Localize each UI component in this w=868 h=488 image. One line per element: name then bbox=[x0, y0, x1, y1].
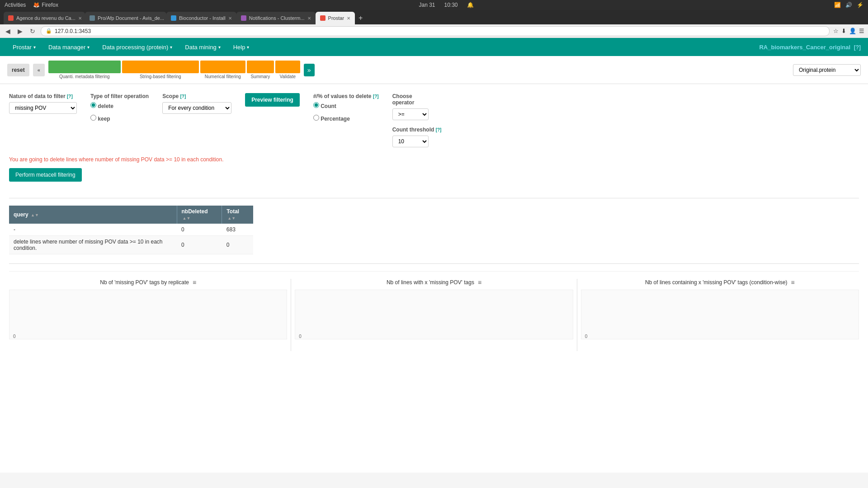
tab-close-prostar[interactable]: ✕ bbox=[347, 16, 350, 21]
volume-icon: 🔊 bbox=[845, 2, 852, 8]
chart-replicate-menu-icon[interactable]: ≡ bbox=[193, 279, 196, 286]
forward-button[interactable]: ▶ bbox=[16, 27, 24, 36]
tab-favicon-notif bbox=[241, 15, 246, 21]
operator-container: Chooseoperator >= <= = > < Count thresho… bbox=[392, 93, 442, 147]
col-nbdeleted[interactable]: nbDeleted ▲▼ bbox=[177, 206, 222, 224]
values-percentage-radio[interactable] bbox=[313, 115, 319, 121]
app-title-area: RA_biomarkers_Cancer_original [?] bbox=[759, 44, 861, 51]
type-delete-radio[interactable] bbox=[90, 102, 96, 108]
step-validate[interactable] bbox=[275, 61, 300, 73]
nature-select[interactable]: missing POV missing MEC imputed bbox=[9, 102, 77, 114]
row2-query: delete lines where number of missing POV… bbox=[9, 236, 177, 254]
download-icon[interactable]: ⬇ bbox=[841, 28, 846, 34]
profile-icon[interactable]: 👤 bbox=[849, 28, 856, 34]
values-count-option[interactable]: Count bbox=[313, 102, 379, 109]
nav-data-mining[interactable]: Data mining ▾ bbox=[179, 41, 226, 53]
forward-nav-button[interactable]: » bbox=[304, 64, 315, 76]
step-summary[interactable] bbox=[247, 61, 274, 73]
threshold-select[interactable]: 10 1 2 bbox=[392, 136, 429, 147]
table-body: - 0 683 delete lines where number of mis… bbox=[9, 224, 253, 254]
operator-select[interactable]: >= <= = > < bbox=[392, 108, 429, 120]
step-numerical[interactable] bbox=[200, 61, 245, 73]
dataset-select-container: Original.protein bbox=[793, 64, 861, 76]
tab-bioc[interactable]: Bioconductor - Install ✕ bbox=[166, 12, 236, 24]
operator-label: Chooseoperator bbox=[392, 93, 442, 106]
col-total[interactable]: Total ▲▼ bbox=[222, 206, 253, 224]
info-text: You are going to delete lines where numb… bbox=[9, 156, 859, 163]
chart-lines-canvas: 0 bbox=[295, 290, 573, 339]
tab-label-prostar: Prostar bbox=[328, 15, 344, 21]
step-label-validate: Validate bbox=[275, 74, 300, 79]
menu-icon[interactable]: ☰ bbox=[859, 28, 864, 34]
chart-divider-2 bbox=[577, 279, 577, 351]
activities-label[interactable]: Activities bbox=[5, 2, 26, 8]
chart-lines-area: 0 bbox=[295, 290, 573, 344]
chart-lines-y0: 0 bbox=[299, 334, 302, 339]
url-bar[interactable]: 🔒 127.0.0.1:3453 bbox=[41, 26, 830, 36]
back-nav-button[interactable]: « bbox=[33, 64, 45, 76]
scope-help-icon[interactable]: [?] bbox=[180, 94, 186, 99]
tab-close-notif[interactable]: ✕ bbox=[307, 16, 311, 21]
chart-replicate-title-text: Nb of 'missing POV' tags by replicate bbox=[100, 279, 189, 286]
values-count-radio[interactable] bbox=[313, 102, 319, 108]
main-content: Nature of data to filter [?] missing POV… bbox=[0, 84, 868, 473]
threshold-help-icon[interactable]: [?] bbox=[436, 127, 442, 132]
tab-agence[interactable]: Agence du revenu du Ca... ✕ bbox=[4, 12, 85, 24]
tab-prostar[interactable]: Prostar ✕ bbox=[316, 12, 355, 24]
tab-afp[interactable]: Pro/Afp Document - Avis_de... ✕ bbox=[85, 12, 166, 24]
charts-section: Nb of 'missing POV' tags by replicate ≡ … bbox=[9, 271, 859, 351]
perform-button[interactable]: Perform metacell filtering bbox=[9, 168, 82, 182]
tab-favicon-prostar bbox=[320, 15, 326, 21]
tab-close-agence[interactable]: ✕ bbox=[78, 16, 82, 21]
tab-bar: Agence du revenu du Ca... ✕ Pro/Afp Docu… bbox=[0, 10, 868, 24]
nav-help[interactable]: Help ▾ bbox=[228, 41, 255, 53]
scope-select[interactable]: For every condition At least one conditi… bbox=[162, 102, 231, 114]
values-percentage-option[interactable]: Percentage bbox=[313, 115, 379, 122]
table-header-row: query ▲▼ nbDeleted ▲▼ Total ▲▼ bbox=[9, 206, 253, 224]
chart-conditionwise-title: Nb of lines containing x 'missing POV' t… bbox=[581, 279, 859, 286]
back-button[interactable]: ◀ bbox=[4, 27, 12, 36]
chart-conditionwise-menu-icon[interactable]: ≡ bbox=[791, 279, 795, 286]
table-row: - 0 683 bbox=[9, 224, 253, 236]
tab-label-notif: Notifications - Clusterm... bbox=[249, 15, 305, 21]
col-query[interactable]: query ▲▼ bbox=[9, 206, 177, 224]
charts-separator bbox=[9, 263, 859, 264]
type-keep-option[interactable]: keep bbox=[90, 115, 149, 122]
os-bar: Activities 🦊 Firefox Jan 31 10:30 🔔 📶 🔊 … bbox=[0, 0, 868, 10]
time-label: 10:30 bbox=[444, 2, 458, 8]
chart-lines-menu-icon[interactable]: ≡ bbox=[478, 279, 481, 286]
values-help-icon[interactable]: [?] bbox=[373, 94, 379, 99]
dataset-select[interactable]: Original.protein bbox=[793, 64, 861, 76]
tab-favicon-bioc bbox=[171, 15, 176, 21]
tab-notif[interactable]: Notifications - Clusterm... ✕ bbox=[236, 12, 316, 24]
chart-conditionwise-title-text: Nb of lines containing x 'missing POV' t… bbox=[645, 279, 788, 286]
type-group: Type of filter operation delete keep bbox=[90, 93, 149, 125]
step-string[interactable] bbox=[122, 61, 199, 73]
step-quanti[interactable] bbox=[48, 61, 121, 73]
bell-icon: 🔔 bbox=[467, 2, 474, 8]
chart-conditionwise-canvas: 0 bbox=[581, 290, 859, 339]
power-icon: ⚡ bbox=[857, 2, 863, 8]
type-delete-option[interactable]: delete bbox=[90, 102, 149, 109]
type-keep-radio[interactable] bbox=[90, 115, 96, 121]
bookmark-star-icon[interactable]: ☆ bbox=[833, 28, 839, 34]
row1-total: 683 bbox=[222, 224, 253, 236]
nav-prostar-label: Prostar bbox=[13, 44, 32, 51]
wifi-icon: 📶 bbox=[834, 2, 841, 8]
reset-button[interactable]: reset bbox=[7, 64, 29, 76]
nav-data-processing[interactable]: Data processing (protein) ▾ bbox=[97, 41, 178, 53]
nav-data-manager[interactable]: Data manager ▾ bbox=[43, 41, 95, 53]
chart-replicate: Nb of 'missing POV' tags by replicate ≡ … bbox=[9, 279, 287, 351]
tab-close-bioc[interactable]: ✕ bbox=[228, 16, 232, 21]
preview-button[interactable]: Preview filtering bbox=[245, 93, 300, 107]
refresh-button[interactable]: ↻ bbox=[28, 27, 37, 36]
type-label: Type of filter operation bbox=[90, 93, 149, 99]
type-keep-label: keep bbox=[98, 116, 110, 122]
nature-help-icon[interactable]: [?] bbox=[67, 94, 73, 99]
app-title-help[interactable]: [?] bbox=[854, 44, 861, 51]
tab-label-agence: Agence du revenu du Ca... bbox=[16, 15, 75, 21]
firefox-icon: 🦊 bbox=[33, 2, 40, 8]
nav-prostar[interactable]: Prostar ▾ bbox=[7, 41, 41, 53]
address-bar-right: ☆ ⬇ 👤 ☰ bbox=[833, 28, 864, 34]
new-tab-button[interactable]: + bbox=[355, 12, 366, 24]
